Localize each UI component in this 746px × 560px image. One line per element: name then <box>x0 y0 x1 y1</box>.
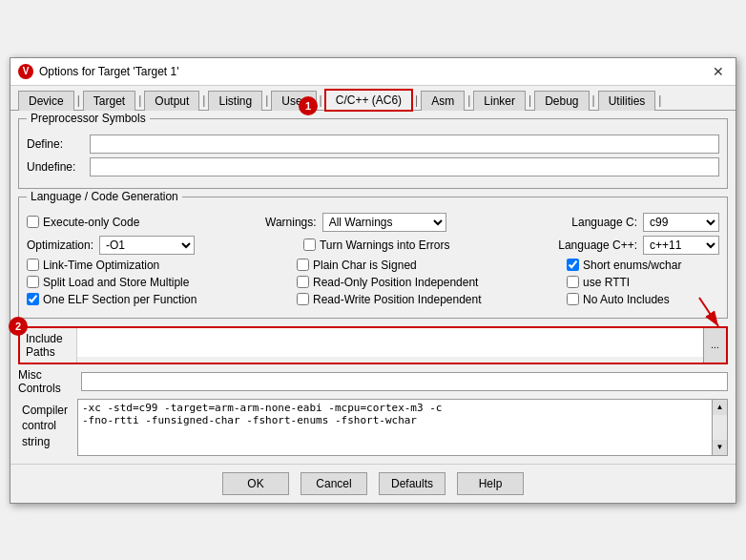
one-elf-row: One ELF Section per Function <box>27 293 218 306</box>
execute-only-row: Execute-only Code <box>27 216 139 229</box>
warnings-row: Warnings: All Warnings <box>265 213 446 232</box>
tab-content: Preprocessor Symbols Define: Undefine: L… <box>10 111 736 464</box>
ok-button[interactable]: OK <box>222 472 289 495</box>
undefine-row: Undefine: <box>27 157 719 176</box>
split-load-checkbox[interactable] <box>27 276 39 288</box>
include-paths-label: IncludePaths <box>20 328 77 363</box>
preprocessor-title: Preprocessor Symbols <box>27 112 150 125</box>
short-enums-label: Short enums/wchar <box>583 259 681 272</box>
language-c-label: Language C: <box>571 216 637 229</box>
tab-device[interactable]: Device <box>18 91 74 111</box>
compiler-label: Compilercontrolstring <box>18 399 77 456</box>
app-icon: V <box>18 64 33 79</box>
readonly-pos-label: Read-Only Position Independent <box>313 276 478 289</box>
compiler-scrollbar: ▲ ▼ <box>713 399 728 456</box>
help-button[interactable]: Help <box>457 472 524 495</box>
include-paths-input[interactable] <box>77 328 703 357</box>
tab-asm[interactable]: Asm <box>421 91 465 111</box>
compiler-textarea[interactable] <box>77 399 713 456</box>
no-auto-row: No Auto Includes <box>567 293 719 306</box>
scroll-track <box>713 415 727 440</box>
turn-warnings-label: Turn Warnings into Errors <box>320 239 449 252</box>
tab-debug[interactable]: Debug <box>534 91 589 111</box>
preprocessor-group: Preprocessor Symbols Define: Undefine: <box>18 118 728 189</box>
execute-only-checkbox[interactable] <box>27 216 39 228</box>
tabs-row: Device | Target | Output | Listing | Use… <box>10 86 736 111</box>
undefine-input[interactable] <box>90 157 719 176</box>
use-rtti-label: use RTTI <box>583 276 630 289</box>
language-group: Language / Code Generation Execute-only … <box>18 197 728 319</box>
include-paths-badge: 2 <box>9 317 28 336</box>
tab-cpp[interactable]: C/C++ (AC6) <box>325 90 412 111</box>
short-enums-checkbox[interactable] <box>567 259 579 271</box>
short-enums-row: Short enums/wchar <box>567 259 719 272</box>
split-load-row: Split Load and Store Multiple <box>27 276 218 289</box>
optimization-row: Optimization: -O1 <box>27 236 195 255</box>
turn-warnings-checkbox[interactable] <box>303 239 316 251</box>
tab-target[interactable]: Target <box>83 91 135 111</box>
misc-controls-row: MiscControls <box>18 368 728 395</box>
compiler-row: Compilercontrolstring ▲ ▼ <box>18 399 728 456</box>
one-elf-checkbox[interactable] <box>27 293 39 305</box>
readonly-pos-checkbox[interactable] <box>297 276 309 288</box>
define-input[interactable] <box>90 135 719 154</box>
tab-utilities[interactable]: Utilities <box>598 91 656 111</box>
language-cpp-row: Language C++: c++11 <box>558 236 719 255</box>
define-row: Define: <box>27 135 719 154</box>
title-bar: V Options for Target 'Target 1' ✕ <box>10 58 736 86</box>
plain-char-label: Plain Char is Signed <box>313 259 417 272</box>
dialog-title: Options for Target 'Target 1' <box>39 65 178 78</box>
defaults-button[interactable]: Defaults <box>379 472 446 495</box>
language-cpp-label: Language C++: <box>558 239 637 252</box>
turn-warnings-row: Turn Warnings into Errors <box>303 239 449 252</box>
undefine-label: Undefine: <box>27 160 84 174</box>
tab-output[interactable]: Output <box>144 91 199 111</box>
button-row: OK Cancel Defaults Help <box>10 464 736 503</box>
plain-char-row: Plain Char is Signed <box>297 259 487 272</box>
link-time-row: Link-Time Optimization <box>27 259 218 272</box>
scroll-down-button[interactable]: ▼ <box>713 440 727 455</box>
one-elf-label: One ELF Section per Function <box>43 293 197 306</box>
cancel-button[interactable]: Cancel <box>300 472 367 495</box>
include-paths-row: IncludePaths ... <box>18 326 728 364</box>
readonly-pos-row: Read-Only Position Independent <box>297 276 487 289</box>
misc-label: MiscControls <box>18 368 75 395</box>
optimization-select[interactable]: -O1 <box>99 236 195 255</box>
close-button[interactable]: ✕ <box>709 62 728 81</box>
execute-only-label: Execute-only Code <box>43 216 139 229</box>
link-time-checkbox[interactable] <box>27 259 39 271</box>
readwrite-pos-row: Read-Write Position Independent <box>297 293 487 306</box>
language-cpp-select[interactable]: c++11 <box>643 236 719 255</box>
use-rtti-checkbox[interactable] <box>567 276 579 288</box>
no-auto-checkbox[interactable] <box>567 293 579 305</box>
warnings-label: Warnings: <box>265 216 317 229</box>
optimization-label: Optimization: <box>27 239 93 252</box>
readwrite-pos-label: Read-Write Position Independent <box>313 293 482 306</box>
warnings-select[interactable]: All Warnings <box>322 213 446 232</box>
language-title: Language / Code Generation <box>27 190 182 203</box>
language-c-select[interactable]: c99 <box>643 213 719 232</box>
define-label: Define: <box>27 137 84 151</box>
scroll-up-button[interactable]: ▲ <box>713 400 727 415</box>
misc-input[interactable] <box>81 372 728 391</box>
tab-badge-1: 1 <box>299 96 318 115</box>
tab-listing[interactable]: Listing <box>208 91 262 111</box>
include-paths-container: 2 IncludePaths ... <box>18 326 728 364</box>
tab-linker[interactable]: Linker <box>473 91 526 111</box>
split-load-label: Split Load and Store Multiple <box>43 276 189 289</box>
use-rtti-row: use RTTI <box>567 276 719 289</box>
language-c-row: Language C: c99 <box>571 213 719 232</box>
title-bar-left: V Options for Target 'Target 1' <box>18 64 178 79</box>
link-time-label: Link-Time Optimization <box>43 259 159 272</box>
no-auto-label: No Auto Includes <box>583 293 670 306</box>
plain-char-checkbox[interactable] <box>297 259 309 271</box>
readwrite-pos-checkbox[interactable] <box>297 293 309 305</box>
options-dialog: V Options for Target 'Target 1' ✕ 1 Devi… <box>10 57 736 504</box>
include-paths-browse-button[interactable]: ... <box>703 328 726 363</box>
